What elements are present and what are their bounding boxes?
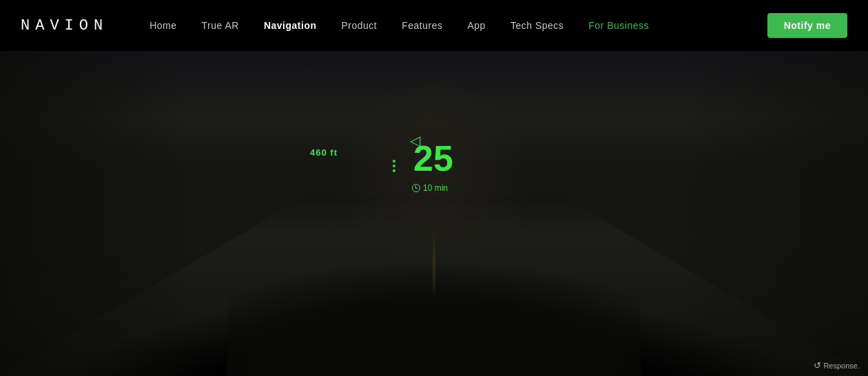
car-silhouette [227, 224, 641, 376]
response-icon: ↺ [814, 360, 821, 370]
watermark-text: Response. [823, 362, 860, 370]
nav-tech-specs[interactable]: Tech Specs [510, 20, 564, 31]
logo[interactable]: NAVION [21, 17, 108, 34]
nav-navigation[interactable]: Navigation [264, 20, 317, 31]
nav-true-ar[interactable]: True AR [202, 20, 239, 31]
nav-product[interactable]: Product [342, 20, 378, 31]
nav-home[interactable]: Home [149, 20, 176, 31]
hero-section: 460 ft ◁ 25 10 min [0, 0, 868, 376]
notify-button[interactable]: Notify me [767, 13, 847, 38]
nav-app[interactable]: App [468, 20, 486, 31]
nav-links: Home True AR Navigation Product Features… [149, 20, 767, 31]
nav-features[interactable]: Features [402, 20, 442, 31]
watermark: ↺ Response. [814, 360, 860, 370]
nav-for-business[interactable]: For Business [588, 20, 649, 31]
navbar: NAVION Home True AR Navigation Product F… [0, 0, 868, 51]
